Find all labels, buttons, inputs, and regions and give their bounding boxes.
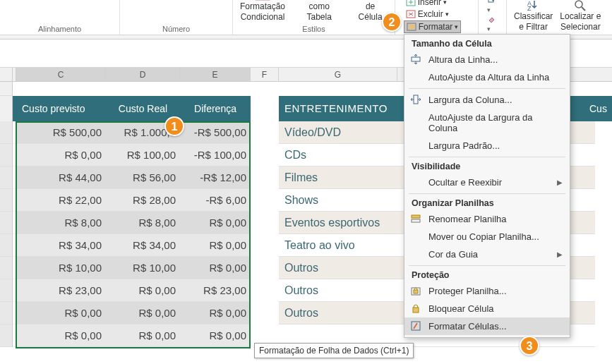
delete-icon xyxy=(406,10,416,18)
svg-rect-29 xyxy=(413,308,419,313)
callout-1: 1 xyxy=(164,116,184,136)
cell[interactable]: R$ 34,00 xyxy=(16,234,106,257)
cell[interactable]: R$ 10,00 xyxy=(106,257,180,279)
cell[interactable]: R$ 0,00 xyxy=(180,302,251,324)
col-header[interactable]: F xyxy=(251,68,279,81)
header-custo-previsto: Custo previsto xyxy=(16,96,106,121)
cell[interactable]: R$ 500,00 xyxy=(16,121,106,144)
cell[interactable]: R$ 56,00 xyxy=(106,166,180,189)
format-cells-button[interactable]: Formatar▾ xyxy=(404,20,462,33)
sort-filter-button[interactable]: AZ Classificar e Filtrar xyxy=(511,0,556,33)
header-diferenca: Diferença xyxy=(180,96,251,121)
cell[interactable]: -R$ 500,00 xyxy=(180,121,251,144)
chevron-right-icon: ▶ xyxy=(557,250,563,258)
dd-move-copy-sheet[interactable]: Mover ou Copiar Planilha... xyxy=(404,228,570,245)
cell[interactable]: R$ 8,00 xyxy=(16,212,106,234)
cell[interactable]: R$ 8,00 xyxy=(106,212,180,234)
svg-rect-17 xyxy=(409,25,414,29)
col-header[interactable]: G xyxy=(279,68,397,81)
col-header[interactable]: E xyxy=(180,68,251,81)
clear-icon[interactable]: ▾ xyxy=(487,15,497,33)
cell[interactable]: -R$ 12,00 xyxy=(180,166,251,189)
col-width-icon xyxy=(410,94,421,105)
svg-rect-26 xyxy=(412,215,420,218)
group-label-alinhamento: Alinhamento xyxy=(4,23,115,33)
dd-autofit-column-width[interactable]: AutoAjuste da Largura da Coluna xyxy=(404,109,570,137)
cell[interactable]: R$ 44,00 xyxy=(16,166,106,189)
rename-icon xyxy=(410,213,421,224)
cell[interactable]: -R$ 100,00 xyxy=(180,144,251,166)
svg-rect-23 xyxy=(412,57,420,61)
dd-section-visibility: Visibilidade xyxy=(404,159,570,174)
row-height-icon xyxy=(410,54,421,65)
dd-protect-sheet[interactable]: Proteger Planilha... xyxy=(404,282,570,300)
cell[interactable]: -R$ 6,00 xyxy=(180,189,251,212)
cell[interactable]: R$ 0,00 xyxy=(106,279,180,302)
delete-cells-button[interactable]: Excluir▾ xyxy=(404,8,462,20)
dd-autofit-row-height[interactable]: AutoAjuste da Altura da Linha xyxy=(404,68,570,86)
cell[interactable]: R$ 0,00 xyxy=(16,302,106,324)
cell[interactable]: R$ 100,00 xyxy=(106,144,180,166)
find-select-icon xyxy=(572,0,589,11)
protect-icon xyxy=(410,285,421,296)
format-as-table-button[interactable]: Formatar como Tabela xyxy=(289,0,349,23)
col-header[interactable]: C xyxy=(16,68,106,81)
cell[interactable]: R$ 23,00 xyxy=(180,279,251,302)
cell[interactable]: R$ 0,00 xyxy=(16,324,106,347)
cell[interactable]: R$ 34,00 xyxy=(106,234,180,257)
find-select-button[interactable]: Localizar e Selecionar xyxy=(557,0,604,33)
svg-rect-28 xyxy=(414,290,418,293)
cell[interactable]: R$ 0,00 xyxy=(180,234,251,257)
format-cells-icon xyxy=(410,320,421,332)
tooltip: Formatação de Folha de Dados (Ctrl+1) xyxy=(254,343,414,358)
dd-hide-unhide[interactable]: Ocultar e Reexibir▶ xyxy=(404,174,570,191)
callout-3: 3 xyxy=(520,336,539,356)
conditional-formatting-button[interactable]: Formatação Condicional xyxy=(237,0,288,23)
lock-icon xyxy=(410,303,421,314)
dd-tab-color[interactable]: Cor da Guia▶ xyxy=(404,245,570,263)
col-header[interactable]: D xyxy=(106,68,180,81)
cell[interactable]: R$ 0,00 xyxy=(180,212,251,234)
header-partial-right: Cus xyxy=(584,96,612,121)
dd-section-protection: Proteção xyxy=(404,268,570,282)
callout-2: 2 xyxy=(382,12,402,32)
chevron-right-icon: ▶ xyxy=(557,178,563,186)
dd-format-cells[interactable]: Formatar Células... xyxy=(404,317,570,335)
format-dropdown-menu: Tamanho da Célula Altura da Linha... Aut… xyxy=(404,34,570,338)
dd-section-cell-size: Tamanho da Célula xyxy=(404,37,570,51)
dd-column-width[interactable]: Largura da Coluna... xyxy=(404,91,570,109)
group-label-estilos: Estilos xyxy=(237,23,390,33)
fill-icon[interactable]: ▾ xyxy=(487,0,497,14)
cell[interactable]: R$ 28,00 xyxy=(106,189,180,212)
format-icon xyxy=(407,23,416,31)
cell[interactable]: R$ 0,00 xyxy=(106,302,180,324)
group-label-numero: Número xyxy=(124,23,228,33)
insert-icon xyxy=(406,0,416,6)
dd-section-organize: Organizar Planilhas xyxy=(404,196,570,210)
cell[interactable]: R$ 23,00 xyxy=(16,279,106,302)
svg-rect-25 xyxy=(412,219,420,222)
cell[interactable]: R$ 0,00 xyxy=(180,324,251,347)
dd-lock-cell[interactable]: Bloquear Célula xyxy=(404,300,570,317)
cell[interactable]: R$ 0,00 xyxy=(16,144,106,166)
dd-default-width[interactable]: Largura Padrão... xyxy=(404,137,570,154)
dd-rename-sheet[interactable]: Renomear Planilha xyxy=(404,210,570,228)
cell[interactable]: R$ 22,00 xyxy=(16,189,106,212)
cell[interactable]: R$ 10,00 xyxy=(16,257,106,279)
dd-row-height[interactable]: Altura da Linha... xyxy=(404,51,570,68)
svg-line-22 xyxy=(582,7,585,11)
cell[interactable]: R$ 0,00 xyxy=(180,257,251,279)
svg-point-21 xyxy=(575,1,582,8)
ribbon: Alinhamento Número Formatação Condiciona… xyxy=(0,0,612,35)
cell[interactable]: R$ 0,00 xyxy=(106,324,180,347)
insert-cells-button[interactable]: Inserir▾ xyxy=(404,0,462,8)
svg-rect-24 xyxy=(414,95,418,104)
sort-filter-icon: AZ xyxy=(525,0,542,11)
svg-text:Z: Z xyxy=(527,5,532,11)
